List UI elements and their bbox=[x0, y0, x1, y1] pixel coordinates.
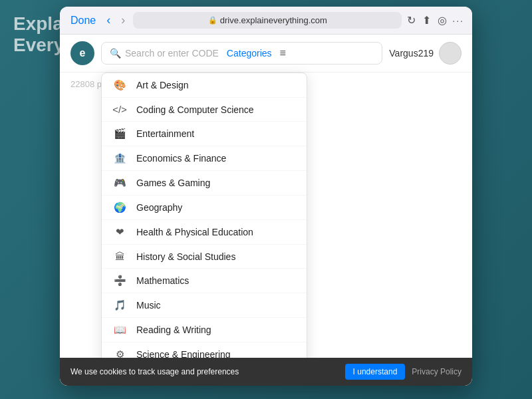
search-placeholder: Search or enter CODE bbox=[125, 48, 219, 59]
categories-dropdown: 🎨Art & Design</>Coding & Computer Scienc… bbox=[101, 72, 307, 386]
menu-item-label: Art & Design bbox=[136, 80, 189, 90]
menu-item-icon: 📖 bbox=[112, 324, 127, 336]
site-header: e 🔍 Search or enter CODE Categories ≡ Va… bbox=[60, 35, 472, 72]
menu-item-label: Reading & Writing bbox=[136, 325, 211, 335]
search-icon: 🔍 bbox=[110, 48, 121, 59]
privacy-policy-link[interactable]: Privacy Policy bbox=[412, 367, 462, 376]
menu-item-label: Geography bbox=[136, 202, 182, 213]
lock-icon: 🔒 bbox=[208, 16, 217, 25]
user-avatar[interactable] bbox=[439, 42, 462, 65]
menu-item-label: Music bbox=[136, 300, 161, 311]
search-bar-container[interactable]: 🔍 Search or enter CODE Categories ≡ bbox=[101, 42, 382, 65]
done-button[interactable]: Done bbox=[68, 13, 98, 28]
menu-item-icon: </> bbox=[112, 104, 127, 115]
menu-item[interactable]: 🎮Games & Gaming bbox=[102, 171, 307, 196]
menu-item-icon: ➗ bbox=[112, 275, 127, 287]
site-logo: e bbox=[70, 41, 94, 65]
menu-item[interactable]: 🎬Entertainment bbox=[102, 122, 307, 146]
categories-button[interactable]: Categories bbox=[223, 48, 276, 59]
menu-item-icon: 🎬 bbox=[112, 128, 127, 140]
menu-item-icon: 🌍 bbox=[112, 201, 127, 213]
menu-item[interactable]: 🎨Art & Design bbox=[102, 73, 307, 98]
hamburger-icon[interactable]: ≡ bbox=[280, 47, 286, 59]
forward-button[interactable]: › bbox=[118, 12, 128, 29]
website-content: e 🔍 Search or enter CODE Categories ≡ Va… bbox=[60, 35, 472, 386]
browser-toolbar: Done ‹ › 🔒 drive.explaineverything.com ↻… bbox=[60, 7, 472, 35]
browser-window: Done ‹ › 🔒 drive.explaineverything.com ↻… bbox=[60, 7, 472, 386]
cookie-bar: We use cookies to track usage and prefer… bbox=[60, 358, 472, 386]
cookie-text: We use cookies to track usage and prefer… bbox=[70, 367, 338, 376]
menu-item-label: Coding & Computer Science bbox=[136, 104, 254, 115]
understand-button[interactable]: I understand bbox=[345, 364, 406, 380]
toolbar-actions: ↻ ⬆ ◎ bbox=[407, 14, 447, 27]
menu-item-icon: ❤ bbox=[112, 226, 127, 238]
menu-item[interactable]: ❤Health & Physical Education bbox=[102, 220, 307, 245]
menu-item[interactable]: 📖Reading & Writing bbox=[102, 318, 307, 342]
menu-item-icon: 🎵 bbox=[112, 299, 127, 311]
url-text: drive.explaineverything.com bbox=[220, 15, 327, 25]
menu-item[interactable]: 🌍Geography bbox=[102, 196, 307, 220]
menu-item-label: History & Social Studies bbox=[136, 251, 235, 262]
menu-item-label: Games & Gaming bbox=[136, 178, 210, 188]
menu-item-icon: 🏦 bbox=[112, 152, 127, 164]
username-label: Vargus219 bbox=[389, 48, 434, 59]
menu-item-icon: 🎨 bbox=[112, 79, 127, 91]
menu-item-label: Entertainment bbox=[136, 128, 194, 139]
refresh-icon[interactable]: ↻ bbox=[407, 14, 416, 27]
menu-item-icon: 🎮 bbox=[112, 177, 127, 189]
menu-item-label: Health & Physical Education bbox=[136, 227, 253, 237]
menu-item-label: Mathematics bbox=[136, 275, 189, 286]
compass-icon[interactable]: ◎ bbox=[438, 14, 447, 27]
menu-item-label: Economics & Finance bbox=[136, 153, 226, 164]
back-button[interactable]: ‹ bbox=[104, 12, 113, 29]
menu-item-icon: 🏛 bbox=[112, 251, 127, 262]
address-bar[interactable]: 🔒 drive.explaineverything.com bbox=[133, 12, 402, 29]
menu-item[interactable]: 🎵Music bbox=[102, 293, 307, 318]
more-options-icon[interactable]: ··· bbox=[452, 15, 464, 26]
user-area: Vargus219 bbox=[389, 42, 462, 65]
logo-letter: e bbox=[80, 47, 86, 59]
menu-item[interactable]: ➗Mathematics bbox=[102, 269, 307, 293]
menu-item[interactable]: 🏛History & Social Studies bbox=[102, 245, 307, 269]
menu-item[interactable]: </>Coding & Computer Science bbox=[102, 98, 307, 122]
menu-item[interactable]: 🏦Economics & Finance bbox=[102, 146, 307, 171]
share-icon[interactable]: ⬆ bbox=[422, 14, 431, 27]
